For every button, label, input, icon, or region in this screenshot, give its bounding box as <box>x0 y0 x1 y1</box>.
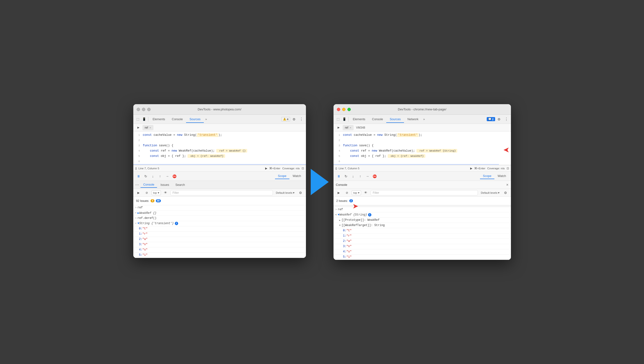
right-debug-toolbar: ⏸ ↻ ↓ ↑ → ⛔ Scope Watch <box>333 172 511 181</box>
right-tab-sources[interactable]: Sources <box>386 116 404 123</box>
right-more-icon[interactable]: ⋮ <box>503 116 510 122</box>
tab-console[interactable]: Console <box>168 116 186 122</box>
left-code-area: 1 const cacheValue = new String('transie… <box>133 132 306 165</box>
run-shortcut: ⌘+Enter <box>269 167 280 170</box>
settings-icon[interactable]: ⚙ <box>291 116 297 122</box>
dropdown-arrow: ▾ <box>158 191 159 194</box>
right-deactivate-btn[interactable]: ⛔ <box>371 173 378 180</box>
issues-count-label: 92 Issues: <box>136 199 149 202</box>
right-top-label: top <box>353 191 357 194</box>
right-code-line-1: 1 const cacheValue = new String('transie… <box>333 132 499 138</box>
close-button[interactable] <box>137 108 140 111</box>
right-levels-dropdown[interactable]: Default levels ▾ <box>479 190 501 195</box>
device-icon[interactable]: 📱 <box>141 116 147 122</box>
right-scope-tab[interactable]: Scope <box>480 174 494 179</box>
scope-tab[interactable]: Scope <box>275 174 289 179</box>
left-status-bar: {} Line 7, Column 5 ▶ ⌘+Enter Coverage: … <box>133 165 306 172</box>
step-btn[interactable]: → <box>164 173 171 180</box>
right-file-tab-vm[interactable]: VM348 <box>354 125 368 130</box>
right-file-tab-ref-close[interactable]: × <box>350 126 351 129</box>
right-console-filter-input[interactable] <box>371 190 478 196</box>
right-code-line-3: 3 function save() { <box>333 143 499 148</box>
right-tab-elements[interactable]: Elements <box>350 116 369 122</box>
right-eye-icon[interactable]: 👁 <box>362 190 369 196</box>
right-pause-btn[interactable]: ⏸ <box>335 173 342 180</box>
pause-btn[interactable]: ⏸ <box>135 173 142 180</box>
right-file-tab-ref[interactable]: ref × <box>343 125 354 130</box>
right-issues-bar: 2 Issues: 2 <box>333 196 511 205</box>
console-settings-icon[interactable]: ⚙ <box>297 190 304 196</box>
right-minimize-button[interactable] <box>342 108 345 111</box>
right-console-row-5: 0: "t" <box>333 228 511 234</box>
right-code-container: 1 const cacheValue = new String('transie… <box>333 132 511 165</box>
right-tab-console[interactable]: Console <box>369 116 386 122</box>
right-console-panel: Console × ▶ ⊘ top ▾ 👁 Default levels ▾ ⚙ <box>333 181 511 260</box>
run-code-icon[interactable]: ▶ <box>135 124 141 131</box>
right-close-button[interactable] <box>337 108 340 111</box>
right-console-row-3: ▶ [[Prototype]]: WeakRef <box>333 218 511 223</box>
right-step-over-btn[interactable]: ↻ <box>343 173 349 180</box>
dot-menu-icon[interactable]: ⋯ <box>135 182 139 187</box>
console-tab[interactable]: Console <box>140 182 157 188</box>
right-device-icon[interactable]: 📱 <box>341 116 347 122</box>
top-selector[interactable]: top ▾ <box>151 190 161 195</box>
right-settings-icon[interactable]: ⚙ <box>496 116 502 122</box>
more-icon[interactable]: ⋮ <box>298 116 305 122</box>
right-run-icon[interactable]: ▶ <box>470 167 472 170</box>
deactivate-btn[interactable]: ⛔ <box>171 173 178 180</box>
coverage-icon[interactable]: ⊡ <box>302 167 304 170</box>
tab-elements[interactable]: Elements <box>149 116 168 122</box>
code-line-2: 2 <box>133 138 306 143</box>
right-tab-network[interactable]: Network <box>404 116 422 122</box>
right-file-tab-vm-label: VM348 <box>356 126 365 129</box>
right-step-out-btn[interactable]: ↑ <box>357 173 364 180</box>
toolbar-separator <box>148 117 148 122</box>
right-no-icon[interactable]: ⊘ <box>344 190 350 196</box>
watch-tab[interactable]: Watch <box>290 174 304 179</box>
right-console-row-7: 2: "a" <box>333 239 511 244</box>
file-tab-close[interactable]: × <box>150 126 151 129</box>
right-status-position: Line 7, Column 5 <box>339 167 359 170</box>
right-more-tabs[interactable]: » <box>422 116 426 122</box>
no-icon[interactable]: ⊘ <box>143 190 150 196</box>
tab-sources[interactable]: Sources <box>186 116 204 123</box>
left-console-output: > ref < ▶WeakRef {} > ref.deref() < ▼Str… <box>133 205 306 258</box>
step-into-btn[interactable]: ↓ <box>150 173 156 180</box>
left-devtools-window: DevTools - www.photopea.com/ ⬚ 📱 Element… <box>133 104 306 258</box>
step-out-btn[interactable]: ↑ <box>157 173 163 180</box>
right-coverage-icon[interactable]: ⊡ <box>507 167 509 170</box>
console-filter-input[interactable] <box>170 190 273 196</box>
eye-icon[interactable]: 👁 <box>162 190 169 196</box>
right-inspect-icon[interactable]: ⬚ <box>335 116 341 122</box>
console-row-1: > ref <box>133 205 306 210</box>
console-row-3: > ref.deref() <box>133 216 306 221</box>
right-console-close[interactable]: × <box>506 183 508 187</box>
right-console-toolbar: ▶ ⊘ top ▾ 👁 Default levels ▾ ⚙ <box>333 189 511 196</box>
right-step-btn[interactable]: → <box>364 173 371 180</box>
right-maximize-button[interactable] <box>347 108 351 111</box>
right-watch-tab[interactable]: Watch <box>495 174 509 179</box>
right-console-settings-icon[interactable]: ⚙ <box>502 190 509 196</box>
search-tab[interactable]: Search <box>173 182 188 188</box>
top-label: top <box>153 191 157 194</box>
run-icon[interactable]: ▶ <box>265 167 267 170</box>
clear-console-btn[interactable]: ▶ <box>135 190 142 196</box>
warning-icon: ⚠️ <box>283 118 286 121</box>
more-tabs[interactable]: » <box>204 116 208 122</box>
right-window-title: DevTools - chrome://new-tab-page/ <box>398 108 446 111</box>
right-console-row-1: > ref <box>333 207 511 212</box>
blue-arrow <box>311 169 329 195</box>
right-dropdown-arrow: ▾ <box>358 191 359 194</box>
step-over-btn[interactable]: ↻ <box>142 173 149 180</box>
right-step-into-btn[interactable]: ↓ <box>350 173 356 180</box>
right-clear-btn[interactable]: ▶ <box>335 190 342 196</box>
right-issues-count: 2 Issues: <box>336 199 348 202</box>
inspect-icon[interactable]: ⬚ <box>135 116 141 122</box>
maximize-button[interactable] <box>147 108 151 111</box>
issues-tab[interactable]: Issues <box>157 182 172 188</box>
minimize-button[interactable] <box>142 108 145 111</box>
file-tab-ref[interactable]: ref × <box>142 125 153 130</box>
right-top-selector[interactable]: top ▾ <box>352 190 361 195</box>
right-run-icon[interactable]: ▶ <box>335 124 342 131</box>
levels-dropdown[interactable]: Default levels ▾ <box>274 190 296 195</box>
